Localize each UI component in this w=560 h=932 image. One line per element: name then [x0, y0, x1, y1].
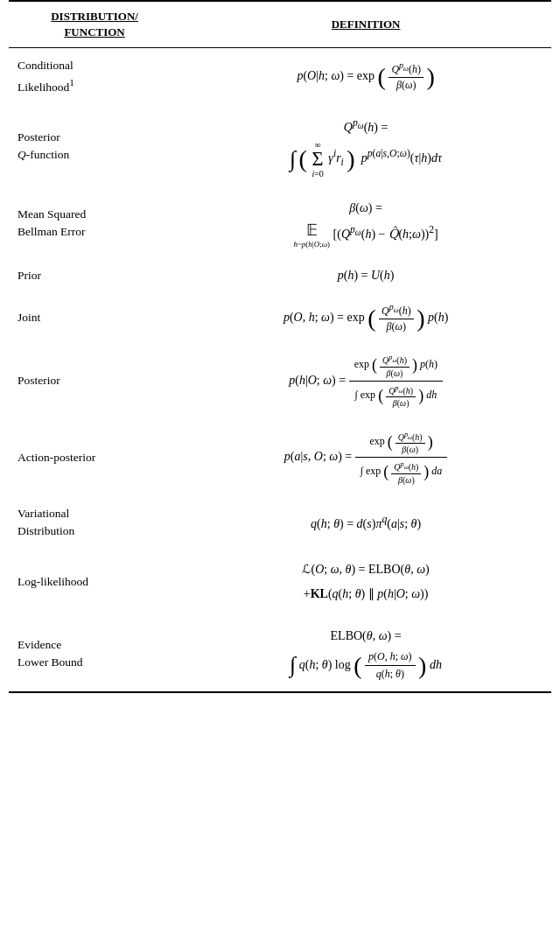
label-prior: Prior: [9, 258, 180, 293]
col-header-definition: DEFINITION: [180, 1, 551, 48]
col-header-distribution: DISTRIBUTION/ FUNCTION: [9, 1, 180, 48]
label-conditional-likelihood: ConditionalLikelihood1: [9, 48, 180, 105]
row-elbo: EvidenceLower Bound ELBO(θ, ω) = ∫ q(h; …: [9, 615, 551, 692]
row-action-posterior: Action-posterior p(a|s, O; ω) = exp ( Qp…: [9, 419, 551, 496]
row-conditional-likelihood: ConditionalLikelihood1 p(O|h; ω) = exp (…: [9, 48, 551, 105]
main-table-container: DISTRIBUTION/ FUNCTION DEFINITION Condit…: [0, 0, 560, 693]
formula-msbe: β(ω) = 𝔼 h~p(h|O;ω) [(Qpω(h) − Q̂(h;ω))2…: [180, 187, 551, 258]
label-posterior-q: PosteriorQ-function: [9, 104, 180, 187]
row-prior: Prior p(h) = U(h): [9, 258, 551, 293]
formula-elbo: ELBO(θ, ω) = ∫ q(h; θ) log ( p(O, h; ω) …: [180, 615, 551, 692]
label-variational: VariationalDistribution: [9, 496, 180, 550]
label-posterior: Posterior: [9, 342, 180, 419]
row-posterior: Posterior p(h|O; ω) = exp ( Qpω(h) β(ω): [9, 342, 551, 419]
row-msbe: Mean SquaredBellman Error β(ω) = 𝔼 h~p(h…: [9, 187, 551, 258]
formula-posterior: p(h|O; ω) = exp ( Qpω(h) β(ω) ) p(h): [180, 342, 551, 419]
row-posterior-q: PosteriorQ-function Qpω(h) = ∫ ( ∞ Σ: [9, 104, 551, 187]
formula-prior: p(h) = U(h): [180, 258, 551, 293]
row-log-likelihood: Log-likelihood ℒ(O; ω, θ) = ELBO(θ, ω) +…: [9, 549, 551, 615]
definitions-table: DISTRIBUTION/ FUNCTION DEFINITION Condit…: [9, 0, 551, 693]
label-msbe: Mean SquaredBellman Error: [9, 187, 180, 258]
formula-conditional-likelihood: p(O|h; ω) = exp ( Qpω(h) β(ω) ): [180, 48, 551, 105]
formula-variational: q(h; θ) = d(s)πq(a|s; θ): [180, 496, 551, 550]
label-joint: Joint: [9, 293, 180, 342]
formula-action-posterior: p(a|s, O; ω) = exp ( Qpω(h) β(ω) ): [180, 419, 551, 496]
formula-joint: p(O, h; ω) = exp ( Qpω(h) β(ω) ) p(h): [180, 293, 551, 342]
label-action-posterior: Action-posterior: [9, 419, 180, 496]
formula-log-likelihood: ℒ(O; ω, θ) = ELBO(θ, ω) +KL(q(h; θ) ∥ p(…: [180, 549, 551, 615]
row-variational: VariationalDistribution q(h; θ) = d(s)πq…: [9, 496, 551, 550]
label-elbo: EvidenceLower Bound: [9, 615, 180, 692]
row-joint: Joint p(O, h; ω) = exp ( Qpω(h) β(ω) ) p…: [9, 293, 551, 342]
formula-posterior-q: Qpω(h) = ∫ ( ∞ Σ i=0 γiri ) pp: [180, 104, 551, 187]
label-log-likelihood: Log-likelihood: [9, 549, 180, 615]
